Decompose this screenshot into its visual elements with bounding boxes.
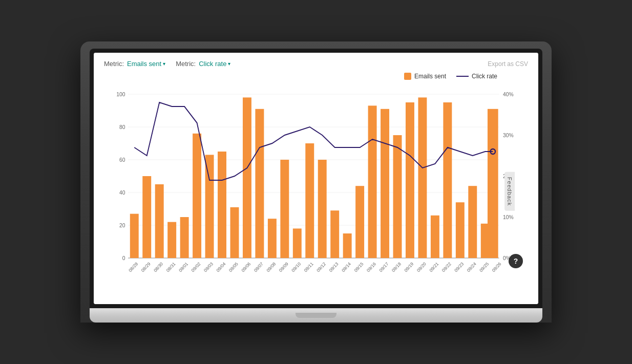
feedback-tab[interactable]: Feedback bbox=[504, 172, 515, 211]
bar-5 bbox=[193, 134, 201, 258]
svg-text:09/15: 09/15 bbox=[353, 261, 365, 273]
bar-29 bbox=[488, 109, 498, 258]
svg-text:60: 60 bbox=[119, 157, 125, 163]
legend-bar: Emails sent bbox=[404, 73, 446, 80]
bar-21 bbox=[393, 135, 402, 258]
metric1-dropdown[interactable]: Emails sent ▾ bbox=[127, 60, 165, 68]
bar-4 bbox=[180, 217, 189, 258]
chart-svg: 100 80 60 40 20 0 40% 30% 20% 10% 0% bbox=[104, 84, 528, 299]
bar-23 bbox=[418, 97, 427, 258]
bar-8 bbox=[230, 207, 239, 258]
legend-line-label: Click rate bbox=[472, 73, 497, 80]
screen: Metric: Emails sent ▾ Metric: Click rate… bbox=[94, 53, 538, 304]
svg-text:09/23: 09/23 bbox=[453, 261, 465, 273]
screen-bezel: Metric: Emails sent ▾ Metric: Click rate… bbox=[90, 49, 542, 308]
svg-text:09/06: 09/06 bbox=[240, 261, 251, 273]
bar-27 bbox=[468, 186, 477, 258]
export-csv-button[interactable]: Export as CSV bbox=[488, 60, 528, 68]
bar-24 bbox=[431, 216, 439, 258]
svg-text:10%: 10% bbox=[503, 214, 514, 220]
bar-7 bbox=[218, 152, 226, 258]
svg-text:09/21: 09/21 bbox=[428, 261, 439, 273]
legend-line: Click rate bbox=[456, 73, 497, 80]
main-content: Metric: Emails sent ▾ Metric: Click rate… bbox=[94, 53, 538, 304]
svg-text:09/10: 09/10 bbox=[290, 261, 302, 273]
metric2-label: Metric: bbox=[176, 60, 196, 68]
bar-19 bbox=[368, 105, 377, 258]
bar-0 bbox=[130, 214, 139, 258]
bar-3 bbox=[167, 222, 176, 258]
bar-13 bbox=[293, 228, 302, 258]
metric2-chevron-icon: ▾ bbox=[228, 61, 230, 67]
bar-25 bbox=[443, 102, 452, 258]
svg-text:09/13: 09/13 bbox=[328, 261, 340, 273]
svg-text:80: 80 bbox=[119, 124, 125, 130]
bar-16 bbox=[330, 210, 339, 258]
help-button[interactable]: ? bbox=[509, 254, 523, 268]
svg-text:08/29: 08/29 bbox=[140, 261, 152, 273]
svg-text:09/18: 09/18 bbox=[391, 261, 402, 273]
bar-14 bbox=[305, 143, 314, 258]
chart-container: 100 80 60 40 20 0 40% 30% 20% 10% 0% bbox=[104, 84, 528, 299]
svg-text:09/08: 09/08 bbox=[265, 261, 277, 273]
bar-17 bbox=[343, 233, 352, 258]
bar-18 bbox=[355, 186, 364, 258]
bar-6 bbox=[205, 155, 214, 258]
svg-text:40%: 40% bbox=[503, 91, 514, 97]
metrics-selectors: Metric: Emails sent ▾ Metric: Click rate… bbox=[104, 60, 230, 68]
laptop-frame: Metric: Emails sent ▾ Metric: Click rate… bbox=[80, 41, 552, 323]
laptop-notch bbox=[296, 313, 336, 318]
bar-12 bbox=[280, 160, 289, 258]
svg-text:08/31: 08/31 bbox=[165, 261, 177, 273]
svg-text:30%: 30% bbox=[503, 132, 514, 138]
svg-text:09/12: 09/12 bbox=[315, 261, 327, 273]
svg-text:0: 0 bbox=[122, 255, 125, 261]
metric2-dropdown[interactable]: Click rate ▾ bbox=[199, 60, 230, 68]
toolbar: Metric: Emails sent ▾ Metric: Click rate… bbox=[104, 60, 528, 68]
svg-text:09/07: 09/07 bbox=[253, 261, 264, 273]
chart-legend: Emails sent Click rate bbox=[104, 73, 528, 80]
svg-text:08/28: 08/28 bbox=[128, 261, 139, 273]
legend-bar-label: Emails sent bbox=[414, 73, 446, 80]
svg-text:09/26: 09/26 bbox=[491, 261, 502, 273]
metric1-label: Metric: bbox=[104, 60, 124, 68]
bar-swatch bbox=[404, 73, 411, 80]
svg-text:09/24: 09/24 bbox=[466, 261, 477, 273]
svg-text:08/30: 08/30 bbox=[153, 261, 164, 273]
laptop-base bbox=[90, 308, 542, 323]
chart-wrapper: 100 80 60 40 20 0 40% 30% 20% 10% 0% bbox=[104, 84, 528, 299]
svg-text:09/22: 09/22 bbox=[441, 261, 452, 273]
svg-text:09/01: 09/01 bbox=[178, 261, 189, 273]
svg-text:100: 100 bbox=[116, 91, 125, 97]
metric1-chevron-icon: ▾ bbox=[163, 61, 165, 67]
svg-text:09/05: 09/05 bbox=[228, 261, 239, 273]
metric2-selector: Metric: Click rate ▾ bbox=[176, 60, 230, 68]
svg-text:09/09: 09/09 bbox=[278, 261, 289, 273]
bar-15 bbox=[318, 160, 327, 258]
bar-20 bbox=[381, 109, 389, 258]
svg-text:09/11: 09/11 bbox=[303, 261, 314, 273]
svg-text:20: 20 bbox=[119, 222, 125, 228]
bar-11 bbox=[268, 219, 277, 258]
bar-2 bbox=[155, 184, 164, 258]
bar-22 bbox=[406, 102, 414, 258]
bar-10 bbox=[255, 109, 264, 258]
line-swatch bbox=[456, 76, 469, 77]
svg-text:09/03: 09/03 bbox=[203, 261, 214, 273]
bar-9 bbox=[243, 97, 251, 258]
svg-text:09/04: 09/04 bbox=[216, 261, 227, 273]
svg-text:09/17: 09/17 bbox=[378, 261, 390, 273]
svg-text:09/25: 09/25 bbox=[478, 261, 490, 273]
bar-1 bbox=[142, 176, 151, 258]
svg-text:40: 40 bbox=[119, 189, 125, 196]
svg-text:09/14: 09/14 bbox=[341, 261, 352, 273]
svg-text:09/02: 09/02 bbox=[191, 261, 202, 273]
svg-text:09/16: 09/16 bbox=[366, 261, 377, 273]
svg-text:09/20: 09/20 bbox=[416, 261, 427, 273]
svg-text:09/19: 09/19 bbox=[404, 261, 415, 273]
bar-26 bbox=[456, 202, 465, 258]
metric1-selector: Metric: Emails sent ▾ bbox=[104, 60, 165, 68]
